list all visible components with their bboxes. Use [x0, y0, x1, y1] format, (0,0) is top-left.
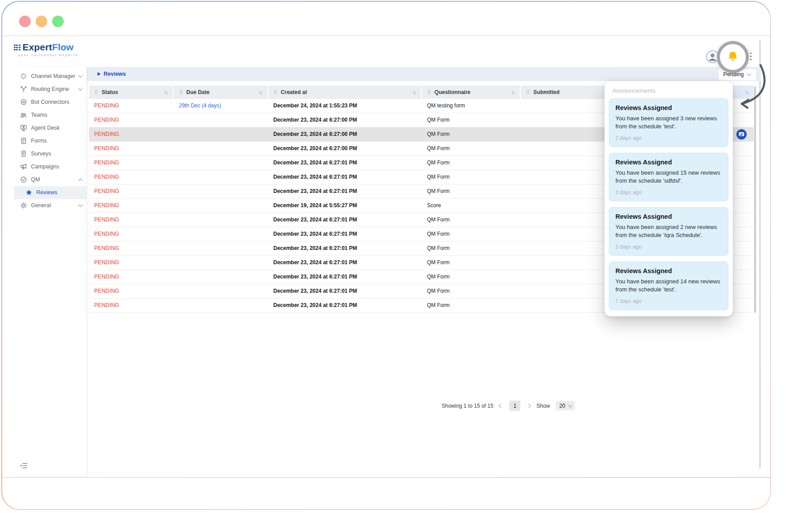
- column-header[interactable]: ⠿ Due Date ↑↓: [174, 86, 268, 99]
- announcement-card[interactable]: Reviews Assigned You have been assigned …: [609, 153, 728, 201]
- sidebar-item[interactable]: Teams: [14, 109, 86, 122]
- sidebar-item[interactable]: Routing Engine: [14, 83, 86, 96]
- chevron-icon: [78, 86, 82, 91]
- status-cell: PENDING: [89, 142, 174, 156]
- sidebar-item[interactable]: Campaigns: [14, 160, 86, 173]
- expertflow-logo-icon: [14, 45, 20, 51]
- announcement-title: Reviews Assigned: [616, 159, 722, 166]
- campaigns-icon: [20, 163, 27, 170]
- show-label: Show: [536, 403, 550, 409]
- app-logo: ExpertFlow your callcenter experts: [14, 42, 79, 57]
- questionnaire-cell: QM Form: [422, 299, 521, 312]
- status-cell: PENDING: [89, 184, 174, 198]
- column-header[interactable]: ⠿ Questionnaire ↑↓: [422, 86, 521, 99]
- announcement-body: You have been assigned 15 new reviews fr…: [616, 169, 722, 185]
- status-cell: PENDING: [89, 256, 174, 270]
- questionnaire-cell: QM Form: [422, 113, 521, 127]
- chevron-icon: [78, 203, 82, 207]
- breadcrumb[interactable]: Reviews: [98, 67, 126, 81]
- bell-icon[interactable]: [726, 50, 740, 64]
- page-number-button[interactable]: 1: [509, 401, 520, 411]
- due-date-cell[interactable]: [174, 127, 268, 141]
- questionnaire-cell: QM Form: [422, 241, 521, 255]
- announcement-time: 3 days ago: [616, 189, 722, 196]
- table-scrollbar[interactable]: [754, 86, 756, 313]
- due-date-cell[interactable]: [174, 227, 268, 241]
- channel-manager-icon: [20, 73, 27, 80]
- next-page-icon[interactable]: [526, 403, 531, 408]
- sidebar-item[interactable]: Agent Desk: [14, 122, 86, 135]
- due-date-cell[interactable]: [174, 170, 268, 184]
- due-date-cell[interactable]: [174, 213, 268, 227]
- due-date-cell[interactable]: [174, 184, 268, 198]
- sidebar-item[interactable]: Channel Manager: [14, 70, 86, 83]
- drag-handle-icon[interactable]: ⠿: [179, 90, 183, 95]
- announcement-card[interactable]: Reviews Assigned You have been assigned …: [609, 262, 728, 310]
- announcement-body: You have been assigned 3 new reviews fro…: [616, 115, 722, 131]
- created-at-cell: December 23, 2024 at 6:27:01 PM: [268, 270, 422, 284]
- questionnaire-cell: QM Form: [422, 127, 521, 141]
- teams-icon: [20, 111, 27, 119]
- questionnaire-cell: QM Form: [422, 284, 521, 298]
- due-date-cell[interactable]: [174, 256, 268, 270]
- announcements-title: Announcements: [609, 86, 728, 98]
- close-window-button[interactable]: [19, 16, 31, 27]
- due-date-cell[interactable]: [174, 199, 268, 213]
- sidebar-item[interactable]: Bot Connectors: [14, 96, 86, 109]
- announcement-card[interactable]: Reviews Assigned You have been assigned …: [609, 98, 728, 147]
- due-date-cell[interactable]: 29th Dec (4 days): [174, 99, 268, 113]
- minimize-window-button[interactable]: [36, 16, 47, 27]
- drag-handle-icon[interactable]: ⠿: [94, 90, 98, 95]
- sort-icon[interactable]: ↑↓: [259, 90, 262, 95]
- due-date-cell[interactable]: [174, 142, 268, 156]
- sidebar-item[interactable]: General: [14, 199, 86, 212]
- chevron-down-icon: [747, 72, 752, 76]
- breadcrumb-arrow-icon: [98, 72, 101, 76]
- sort-icon[interactable]: ↑↓: [511, 90, 515, 95]
- due-date-cell[interactable]: [174, 156, 268, 170]
- sidebar-item[interactable]: Surveys: [14, 147, 86, 160]
- drag-handle-icon[interactable]: ⠿: [274, 90, 278, 95]
- due-date-cell[interactable]: [174, 299, 268, 312]
- due-date-cell[interactable]: [174, 270, 268, 284]
- logo-text-primary: Expert: [23, 42, 53, 53]
- page-size-dropdown[interactable]: 20: [556, 401, 574, 410]
- browser-window: ExpertFlow your callcenter experts: [1, 1, 771, 510]
- column-header[interactable]: ⠿ Created at ↑↓: [268, 86, 422, 99]
- kebab-menu-icon[interactable]: [749, 53, 753, 62]
- created-at-cell: December 23, 2024 at 6:27:00 PM: [268, 142, 422, 156]
- questionnaire-cell: QM Form: [422, 142, 521, 156]
- notification-spotlight: [717, 41, 749, 73]
- created-at-cell: December 23, 2024 at 6:27:01 PM: [268, 156, 422, 170]
- surveys-icon: [20, 150, 27, 157]
- sort-icon[interactable]: ↑↓: [413, 90, 416, 95]
- pagination-summary: Showing 1 to 15 of 15: [441, 403, 493, 409]
- drag-handle-icon[interactable]: ⠿: [427, 90, 431, 95]
- due-date-cell[interactable]: [174, 113, 268, 127]
- created-at-cell: December 23, 2024 at 6:27:01 PM: [268, 227, 422, 241]
- sidebar-item[interactable]: Reviews: [14, 186, 86, 199]
- chevron-icon: [78, 178, 82, 183]
- sidebar-item[interactable]: Forms: [14, 135, 86, 147]
- sidebar-item[interactable]: QM: [14, 173, 86, 186]
- chevron-icon: [78, 74, 82, 78]
- created-at-cell: December 23, 2024 at 6:27:01 PM: [268, 213, 422, 227]
- questionnaire-cell: QM testing form: [422, 99, 521, 113]
- status-cell: PENDING: [89, 99, 174, 113]
- sort-icon[interactable]: ↑↓: [745, 90, 748, 95]
- drag-handle-icon[interactable]: ⠿: [526, 90, 530, 95]
- sort-icon[interactable]: ↑↓: [164, 90, 168, 95]
- zoom-window-button[interactable]: [52, 16, 64, 27]
- previous-page-icon[interactable]: [499, 403, 504, 408]
- rate-review-button[interactable]: [736, 129, 747, 139]
- column-header[interactable]: ⠿ Status ↑↓: [89, 86, 174, 99]
- status-cell: PENDING: [89, 170, 174, 184]
- collapse-sidebar-icon[interactable]: [19, 461, 29, 471]
- due-date-cell[interactable]: [174, 284, 268, 298]
- announcement-card[interactable]: Reviews Assigned You have been assigned …: [609, 207, 728, 256]
- created-at-cell: December 24, 2024 at 1:55:23 PM: [268, 99, 422, 113]
- due-date-cell[interactable]: [174, 241, 268, 255]
- created-at-cell: December 23, 2024 at 6:27:00 PM: [268, 113, 422, 127]
- status-cell: PENDING: [89, 299, 174, 312]
- status-cell: PENDING: [89, 270, 174, 284]
